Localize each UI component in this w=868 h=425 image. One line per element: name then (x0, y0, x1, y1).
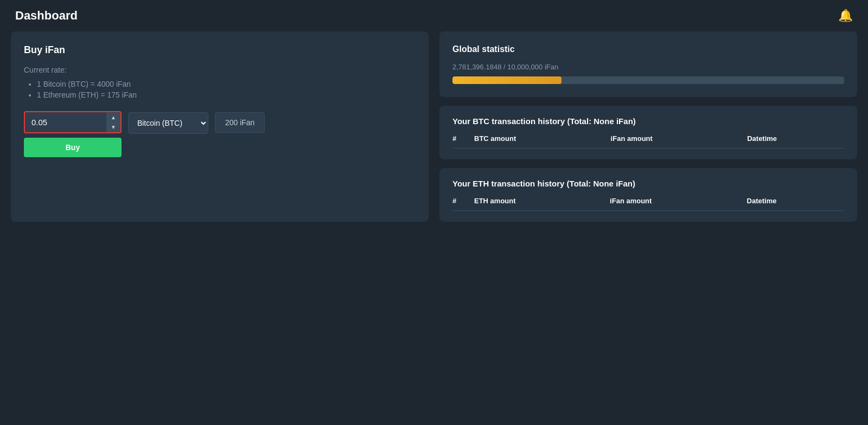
btc-history-table: # BTC amount iFan amount Datetime (452, 134, 844, 149)
eth-col-datetime: Datetime (747, 197, 844, 211)
buy-ifan-panel: Buy iFan Current rate: 1 Bitcoin (BTC) =… (11, 31, 429, 222)
main-content: Buy iFan Current rate: 1 Bitcoin (BTC) =… (0, 31, 868, 233)
current-rate-label: Current rate: (24, 66, 416, 74)
eth-col-amount: ETH amount (474, 197, 610, 211)
btc-history-title: Your BTC transaction history (Total: Non… (452, 117, 844, 126)
btc-col-amount: BTC amount (474, 134, 611, 149)
currency-select[interactable]: Bitcoin (BTC) Ethereum (ETH) (128, 112, 208, 134)
bell-icon[interactable]: 🔔 (838, 9, 853, 23)
right-panel: Global statistic 2,781,396.1848 / 10,000… (439, 31, 857, 222)
global-statistic-card: Global statistic 2,781,396.1848 / 10,000… (439, 31, 857, 97)
global-statistic-title: Global statistic (452, 44, 844, 54)
btc-col-datetime: Datetime (747, 134, 844, 149)
ifan-output: 200 iFan (215, 112, 265, 133)
buy-button[interactable]: Buy (24, 138, 122, 157)
eth-col-hash: # (452, 197, 474, 211)
progress-bar-background (452, 76, 844, 84)
progress-bar-fill (452, 76, 561, 84)
page-title: Dashboard (15, 9, 78, 23)
eth-table-header-row: # ETH amount iFan amount Datetime (452, 197, 844, 211)
eth-history-table: # ETH amount iFan amount Datetime (452, 197, 844, 211)
eth-history-card: Your ETH transaction history (Total: Non… (439, 168, 857, 222)
buy-form: ▲ ▼ Buy Bitcoin (BTC) Ethereum (ETH) 200… (24, 111, 416, 157)
btc-table-header-row: # BTC amount iFan amount Datetime (452, 134, 844, 149)
amount-input-wrapper: ▲ ▼ (24, 111, 122, 133)
buy-ifan-title: Buy iFan (24, 44, 416, 56)
btc-history-card: Your BTC transaction history (Total: Non… (439, 106, 857, 159)
amount-input[interactable] (25, 112, 106, 132)
rate-list: 1 Bitcoin (BTC) = 4000 iFan 1 Ethereum (… (24, 80, 416, 99)
spinner-up-button[interactable]: ▲ (106, 113, 120, 123)
rate-eth: 1 Ethereum (ETH) = 175 iFan (37, 91, 416, 99)
progress-label: 2,781,396.1848 / 10,000,000 iFan (452, 63, 844, 71)
spinner-buttons: ▲ ▼ (106, 113, 120, 132)
eth-col-ifan: iFan amount (610, 197, 746, 211)
btc-col-hash: # (452, 134, 474, 149)
eth-history-title: Your ETH transaction history (Total: Non… (452, 179, 844, 188)
btc-col-ifan: iFan amount (611, 134, 748, 149)
header: Dashboard 🔔 (0, 0, 868, 31)
rate-btc: 1 Bitcoin (BTC) = 4000 iFan (37, 80, 416, 88)
spinner-down-button[interactable]: ▼ (106, 123, 120, 132)
